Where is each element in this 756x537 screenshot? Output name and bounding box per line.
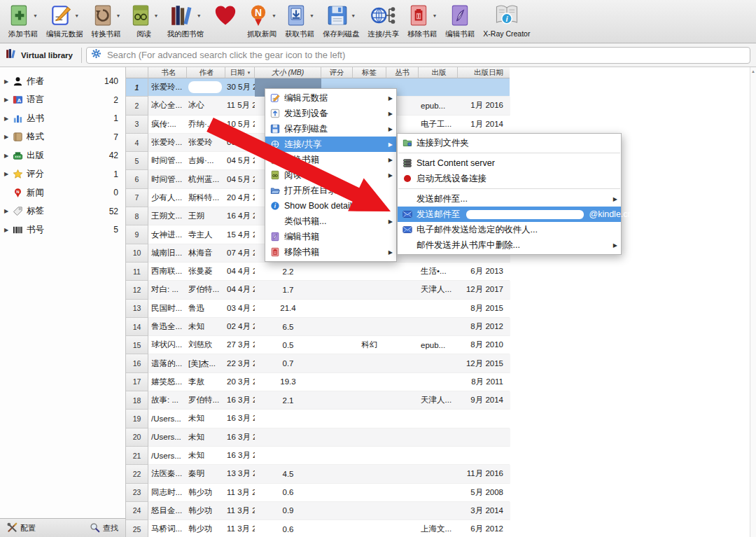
- column-header-publisher[interactable]: 出版: [419, 67, 458, 78]
- expand-arrow-icon[interactable]: ▶: [4, 78, 13, 85]
- column-header-series[interactable]: 丛书: [386, 67, 419, 78]
- table-row[interactable]: 17 嬉笑怒... 李敖 20 3月 2... 19.3 8月 2011: [126, 373, 510, 391]
- fetch-news-button[interactable]: N▼ 抓取新闻: [243, 2, 281, 39]
- get-books-button[interactable]: ▼ 获取书籍: [281, 2, 318, 39]
- table-row[interactable]: 25 马桥词... 韩少功 11 3月 2... 0.6 上海文... 6月 2…: [126, 520, 510, 537]
- dropdown-arrow-icon[interactable]: ▼: [272, 13, 276, 18]
- edit-metadata-button[interactable]: ▼ 编辑元数据: [42, 2, 88, 39]
- virtual-library-button[interactable]: Virtual library: [0, 43, 78, 67]
- table-row[interactable]: 12 对白: ... 罗伯特... 04 4月 2... 1.7 天津人... …: [126, 281, 510, 299]
- convert-books-button[interactable]: ▼ 转换书籍: [88, 2, 125, 39]
- edit-book-button[interactable]: 编辑书籍: [441, 2, 479, 39]
- expand-arrow-icon[interactable]: ▶: [4, 208, 13, 214]
- add-books-button[interactable]: ▼ 添加书籍: [4, 2, 42, 39]
- column-header-rating[interactable]: 评分: [321, 67, 353, 78]
- menu-item-email-and-delete[interactable]: 邮件发送并从书库中删除...▶: [398, 237, 621, 253]
- save-to-disk-button[interactable]: ▼ 保存到磁盘: [318, 2, 364, 39]
- connect-share-button[interactable]: 连接/共享: [363, 2, 403, 39]
- svg-text:A: A: [18, 97, 22, 104]
- expand-arrow-icon[interactable]: ▶: [4, 134, 13, 140]
- column-header-tags[interactable]: 标签: [353, 67, 386, 78]
- menu-item-open-containing-folder[interactable]: 打开所在目录: [265, 183, 396, 198]
- table-row[interactable]: 20 /Users... 未知 16 3月 2...: [126, 428, 510, 447]
- table-row[interactable]: 21 /Users... 未知 16 3月 2...: [126, 447, 510, 465]
- sidebar-item-rating[interactable]: ▶评分1: [0, 165, 125, 184]
- column-header-date[interactable]: 日期▼: [225, 67, 255, 78]
- column-header-rownum[interactable]: [126, 67, 148, 78]
- menu-item-similar-books[interactable]: 类似书籍...▶: [265, 214, 396, 229]
- row-number: 9: [126, 225, 148, 244]
- menu-item-edit-book[interactable]: 编辑书籍: [265, 229, 396, 244]
- find-button[interactable]: 查找: [90, 522, 118, 534]
- sidebar-item-news[interactable]: N新闻0: [0, 183, 125, 202]
- xray-creator-button[interactable]: i X-Ray Creator: [479, 2, 534, 38]
- expand-arrow-icon[interactable]: ▶: [4, 97, 13, 103]
- cell-rating: [321, 465, 353, 483]
- menu-item-send-to-device[interactable]: 发送到设备▶: [265, 106, 396, 121]
- table-row[interactable]: 13 民国时... 鲁迅 03 4月 2... 21.4 8月 2015: [126, 300, 510, 318]
- search-input[interactable]: [106, 49, 746, 61]
- cell-date: 13 3月 2...: [225, 465, 255, 483]
- table-row[interactable]: 22 法医秦... 秦明 13 3月 2... 4.5 11月 2016: [126, 465, 510, 483]
- table-row[interactable]: 16 遗落的... [美]杰... 22 3月 2... 0.7 12月 201…: [126, 354, 510, 372]
- table-row[interactable]: 11 西南联... 张曼菱 04 4月 2... 2.2 生活•... 6月 2…: [126, 263, 510, 281]
- dropdown-arrow-icon[interactable]: ▼: [154, 13, 159, 18]
- expand-arrow-icon[interactable]: ▶: [4, 116, 13, 122]
- submenu-arrow-icon: ▶: [388, 218, 393, 225]
- menu-item-email-to[interactable]: 发送邮件至...▶: [398, 191, 621, 207]
- table-row[interactable]: 23 同志时... 韩少功 11 3月 2... 0.6 5月 2008: [126, 484, 510, 502]
- sidebar-item-languages[interactable]: ▶A语言2: [0, 91, 125, 110]
- column-header-author[interactable]: 作者: [187, 67, 225, 78]
- dropdown-arrow-icon[interactable]: ▼: [33, 13, 38, 18]
- donate-button[interactable]: [208, 2, 243, 29]
- dropdown-arrow-icon[interactable]: ▼: [74, 13, 79, 18]
- gear-icon[interactable]: [91, 48, 102, 62]
- sidebar-item-publisher[interactable]: ▶出版42: [0, 146, 125, 165]
- sidebar-item-identifiers[interactable]: ▶书号5: [0, 221, 125, 239]
- menu-item-show-book-details[interactable]: iShow Book details: [265, 198, 396, 214]
- menu-item-connect-to-folder[interactable]: 连接到文件夹: [398, 135, 621, 151]
- menu-item-view[interactable]: 阅读▶: [265, 167, 396, 183]
- menu-item-edit-metadata[interactable]: 编辑元数据▶: [265, 90, 396, 106]
- dropdown-arrow-icon[interactable]: ▼: [351, 13, 356, 18]
- configure-button[interactable]: 配置: [7, 522, 36, 534]
- sidebar-item-formats[interactable]: ▶格式7: [0, 128, 125, 147]
- menu-item-convert-books[interactable]: 转换书籍▶: [265, 152, 396, 167]
- menu-item-start-content-server[interactable]: Start Content server: [398, 155, 621, 171]
- cell-date: 30 5月 2...: [225, 78, 255, 97]
- vertical-scrollbar[interactable]: ▲: [750, 67, 756, 537]
- expand-arrow-icon[interactable]: ▶: [4, 171, 13, 177]
- library-button[interactable]: ▼ 我的图书馆: [162, 2, 208, 39]
- expand-arrow-icon[interactable]: ▶: [4, 227, 13, 233]
- table-row[interactable]: 18 故事: ... 罗伯特... 16 3月 2... 2.1 天津人... …: [126, 391, 510, 410]
- cell-pub: 生活•...: [419, 263, 458, 281]
- expand-arrow-icon[interactable]: ▶: [4, 153, 13, 159]
- sidebar-item-authors[interactable]: ▶作者140: [0, 72, 125, 91]
- table-row[interactable]: 14 鲁迅全... 未知 02 4月 2... 6.5 8月 2012: [126, 318, 510, 336]
- remove-books-button[interactable]: ▼ 移除书籍: [403, 2, 441, 39]
- view-button[interactable]: ▼ 阅读: [125, 2, 163, 39]
- menu-item-label: 转换书籍: [284, 154, 384, 166]
- menu-item-email-to-kindle[interactable]: 发送邮件至@kindle.cn: [398, 207, 621, 222]
- column-header-pubdate[interactable]: 出版日期: [458, 67, 510, 78]
- cell-tags: [353, 354, 386, 372]
- sidebar-item-tags[interactable]: ▶标签52: [0, 202, 125, 221]
- menu-item-start-wireless-connection[interactable]: 启动无线设备连接: [398, 171, 621, 186]
- menu-item-remove-books[interactable]: 移除书籍▶: [265, 244, 396, 260]
- cell-rating: [321, 428, 353, 447]
- column-header-size[interactable]: 大小 (MB): [255, 67, 321, 78]
- row-number: 18: [126, 391, 148, 410]
- dropdown-arrow-icon[interactable]: ▼: [197, 13, 202, 18]
- dropdown-arrow-icon[interactable]: ▼: [116, 13, 121, 18]
- scroll-up-icon[interactable]: ▲: [750, 69, 756, 74]
- table-row[interactable]: 15 球状闪... 刘慈欣 27 3月 2... 0.5 科幻 epub... …: [126, 336, 510, 354]
- menu-item-connect-share[interactable]: 连接/共享▶: [265, 137, 396, 152]
- menu-item-email-to-selected[interactable]: 电子邮件发送给选定的收件人...: [398, 222, 621, 237]
- dropdown-arrow-icon[interactable]: ▼: [432, 13, 437, 18]
- sidebar-item-series[interactable]: ▶丛书1: [0, 109, 125, 128]
- table-row[interactable]: 24 怒目金... 韩少功 11 3月 2... 0.9 3月 2014: [126, 502, 510, 520]
- column-header-title[interactable]: 书名: [148, 67, 187, 78]
- menu-item-save-to-disk[interactable]: 保存到磁盘▶: [265, 121, 396, 137]
- dropdown-arrow-icon[interactable]: ▼: [309, 13, 314, 18]
- table-row[interactable]: 19 /Users... 未知 16 3月 2...: [126, 410, 510, 428]
